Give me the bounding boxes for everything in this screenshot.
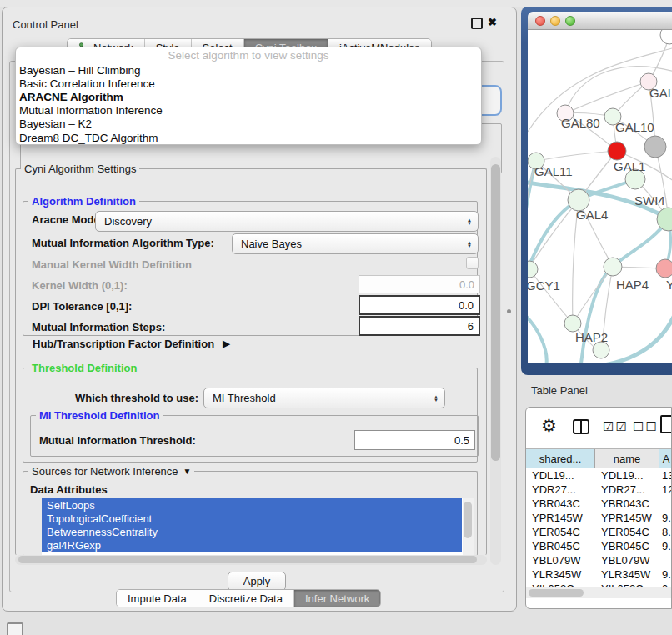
network-edge[interactable] (536, 151, 617, 161)
hub-definition-expander[interactable]: Hub/Transcription Factor Definition ▶ (33, 338, 230, 350)
network-view-window: GALGAL80GAL10GAL1GAL11GAL4SWI4GCY1HAP4YH… (521, 7, 672, 375)
new-document-icon[interactable] (660, 415, 672, 433)
node-label: GAL1 (614, 159, 645, 173)
table-row[interactable]: YER054CYER054C8. (526, 525, 672, 539)
mi-steps-input[interactable]: 6 (359, 316, 480, 336)
algorithm-option[interactable]: Mutual Information Inference (16, 104, 481, 118)
network-node[interactable] (656, 259, 672, 278)
table-row[interactable]: YBR043CYBR043C (526, 497, 672, 511)
mi-algorithm-type-value: Naive Bayes (241, 238, 302, 250)
panel-divider-handle[interactable] (507, 309, 511, 313)
network-edge[interactable] (529, 200, 579, 268)
settings-vertical-scrollbar-thumb[interactable] (491, 164, 500, 461)
spinner-arrows-icon: ▲▼ (434, 394, 439, 402)
column-header[interactable]: name (595, 449, 659, 468)
apply-button[interactable]: Apply (228, 572, 286, 591)
algorithm-option[interactable]: Dream8 DC_TDC Algorithm (16, 131, 481, 144)
table-cell: 9. (659, 512, 672, 524)
network-edge[interactable] (604, 315, 672, 363)
list-scrollbar-thumb[interactable] (464, 502, 472, 538)
deselect-all-icon[interactable]: ☐☐ (633, 419, 659, 434)
table-row[interactable]: YPR145WYPR145W9. (526, 511, 672, 525)
algorithm-option[interactable]: Bayesian – K2 (16, 118, 481, 131)
zoom-traffic-light-icon[interactable] (565, 16, 575, 26)
kernel-width-value: 0.0 (459, 278, 474, 291)
table-cell: YER054C (526, 526, 595, 538)
threshold-definition-title: Threshold Definition (28, 362, 140, 374)
network-node[interactable] (593, 342, 609, 358)
table-row[interactable]: YDL19...YDL19...13 (526, 468, 672, 482)
settings-horizontal-scrollbar-thumb[interactable] (18, 556, 477, 563)
tab-discretize-data[interactable]: Discretize Data (198, 590, 293, 607)
network-node[interactable] (660, 30, 672, 44)
minimize-traffic-light-icon[interactable] (550, 16, 560, 26)
network-node[interactable] (528, 261, 538, 278)
data-attributes-list[interactable]: SelfLoopsTopologicalCoefficientBetweenne… (42, 498, 474, 557)
table-cell: YBR043C (595, 498, 659, 510)
tab-impute-data[interactable]: Impute Data (117, 590, 198, 607)
mi-algorithm-type-select[interactable]: Naive Bayes ▲▼ (232, 233, 479, 254)
close-traffic-light-icon[interactable] (535, 16, 545, 26)
which-threshold-select[interactable]: MI Threshold ▲▼ (203, 388, 445, 408)
network-node[interactable] (604, 258, 622, 276)
table-row[interactable]: YDR27...YDR27...12 (526, 482, 672, 497)
dpi-tolerance-input[interactable]: 0.0 (359, 295, 480, 315)
table-cell: YBR043C (526, 498, 595, 510)
sources-group-title-row[interactable]: Sources for Network Inference ▼ (28, 465, 194, 478)
attribute-item[interactable]: gal4RGexp (42, 538, 462, 552)
table-row[interactable]: YBR045CYBR045C9. (526, 539, 672, 553)
mi-steps-label: Mutual Information Steps: (32, 321, 165, 333)
table-horizontal-scrollbar[interactable] (526, 587, 672, 598)
dpi-tolerance-value: 0.0 (459, 299, 474, 312)
aracne-mode-value: Discovery (104, 215, 152, 228)
table-panel-window: ⚙ ☑☑ ☐☐ shared...nameA YDL19...YDL19...1… (525, 407, 672, 609)
network-node[interactable] (564, 315, 581, 332)
network-node[interactable] (657, 208, 672, 231)
table-row[interactable]: YLR345WYLR345W9. (526, 568, 672, 582)
split-columns-icon[interactable] (573, 419, 589, 434)
network-edge[interactable] (528, 310, 547, 363)
node-label: GAL (649, 86, 672, 100)
node-label: HAP2 (575, 330, 608, 344)
algorithm-option[interactable]: ARACNE Algorithm (16, 90, 481, 103)
settings-vertical-scrollbar[interactable] (490, 157, 501, 565)
tab-infer-network[interactable]: Infer Network (293, 590, 380, 607)
select-all-icon[interactable]: ☑☑ (603, 419, 629, 434)
attribute-item[interactable]: BetweennessCentrality (42, 525, 462, 538)
list-scrollbar[interactable] (463, 498, 474, 557)
table-horizontal-scrollbar-thumb[interactable] (529, 589, 584, 597)
toolbar-divider (108, 0, 108, 7)
spinner-arrows-icon: ▲▼ (467, 240, 472, 248)
attribute-item[interactable]: SelfLoops (42, 498, 462, 512)
expand-right-icon[interactable]: ▶ (223, 338, 229, 349)
table-cell: YLR345W (526, 568, 595, 581)
float-window-icon[interactable] (471, 18, 483, 29)
algorithm-option[interactable]: Basic Correlation Inference (16, 77, 481, 90)
node-label: Y (666, 278, 672, 292)
network-canvas[interactable]: GALGAL80GAL10GAL1GAL11GAL4SWI4GCY1HAP4YH… (528, 30, 672, 363)
minimized-panel-icon[interactable] (7, 622, 23, 635)
algorithm-definition-group: Algorithm Definition Aracne Mode: Discov… (23, 201, 478, 336)
column-header[interactable]: shared... (526, 449, 595, 468)
settings-horizontal-scrollbar[interactable] (15, 555, 487, 565)
network-node[interactable] (608, 142, 626, 160)
attribute-item[interactable]: TopologicalCoefficient (42, 512, 462, 525)
network-edge[interactable] (529, 268, 573, 323)
expand-down-icon[interactable]: ▼ (183, 467, 192, 476)
sources-group: Sources for Network Inference ▼ Data Att… (23, 471, 478, 556)
aracne-mode-label: Aracne Mode: (32, 213, 103, 226)
algorithm-option[interactable]: Bayesian – Hill Climbing (16, 63, 481, 77)
network-edge[interactable] (565, 82, 649, 113)
mi-threshold-input[interactable]: 0.5 (354, 430, 475, 450)
network-node[interactable] (644, 136, 666, 158)
gear-icon[interactable]: ⚙ (541, 416, 557, 436)
close-icon[interactable]: ✖ (488, 16, 497, 28)
table-cell: YDR27... (526, 483, 595, 496)
table-cell: 12 (659, 483, 672, 496)
table-row[interactable]: YBL079WYBL079W (526, 553, 672, 568)
aracne-mode-select[interactable]: Discovery ▲▼ (95, 211, 479, 232)
column-header[interactable]: A (659, 449, 672, 468)
manual-kernel-width-checkbox[interactable] (466, 257, 479, 269)
table-panel-title: Table Panel (531, 384, 588, 397)
network-window-titlebar[interactable] (528, 12, 672, 30)
